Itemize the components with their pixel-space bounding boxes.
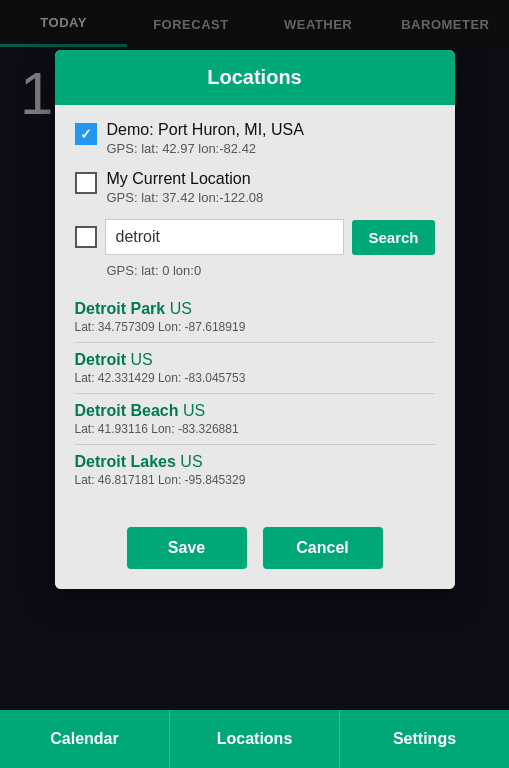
result-name-2: Detroit Beach US	[75, 402, 435, 420]
result-coords-2: Lat: 41.93116 Lon: -83.326881	[75, 422, 435, 436]
search-input[interactable]	[105, 219, 345, 255]
search-results: Detroit Park US Lat: 34.757309 Lon: -87.…	[75, 292, 435, 495]
result-coords-1: Lat: 42.331429 Lon: -83.045753	[75, 371, 435, 385]
result-coords-0: Lat: 34.757309 Lon: -87.618919	[75, 320, 435, 334]
location-row-1: Demo: Port Huron, MI, USA GPS: lat: 42.9…	[75, 121, 435, 156]
search-row: Search	[75, 219, 435, 255]
modal-footer: Save Cancel	[55, 511, 455, 589]
result-name-0: Detroit Park US	[75, 300, 435, 318]
location-2-gps: GPS: lat: 37.42 lon:-122.08	[107, 190, 264, 205]
save-button[interactable]: Save	[127, 527, 247, 569]
result-coords-3: Lat: 46.817181 Lon: -95.845329	[75, 473, 435, 487]
nav-calendar[interactable]: Calendar	[0, 710, 170, 768]
location-row-2: My Current Location GPS: lat: 37.42 lon:…	[75, 170, 435, 205]
location-2-checkbox[interactable]	[75, 172, 97, 194]
location-1-checkbox[interactable]	[75, 123, 97, 145]
cancel-button[interactable]: Cancel	[263, 527, 383, 569]
nav-settings[interactable]: Settings	[340, 710, 509, 768]
result-item-0[interactable]: Detroit Park US Lat: 34.757309 Lon: -87.…	[75, 292, 435, 343]
location-1-info: Demo: Port Huron, MI, USA GPS: lat: 42.9…	[107, 121, 304, 156]
locations-modal: Locations Demo: Port Huron, MI, USA GPS:…	[55, 50, 455, 589]
search-checkbox[interactable]	[75, 226, 97, 248]
bottom-nav: Calendar Locations Settings	[0, 710, 509, 768]
result-name-3: Detroit Lakes US	[75, 453, 435, 471]
result-item-1[interactable]: Detroit US Lat: 42.331429 Lon: -83.04575…	[75, 343, 435, 394]
modal-header: Locations	[55, 50, 455, 105]
location-2-checkbox-wrap	[75, 172, 97, 194]
search-gps: GPS: lat: 0 lon:0	[107, 263, 435, 278]
result-item-3[interactable]: Detroit Lakes US Lat: 46.817181 Lon: -95…	[75, 445, 435, 495]
location-1-name: Demo: Port Huron, MI, USA	[107, 121, 304, 139]
result-name-1: Detroit US	[75, 351, 435, 369]
location-1-checkbox-wrap	[75, 123, 97, 145]
modal-body: Demo: Port Huron, MI, USA GPS: lat: 42.9…	[55, 105, 455, 511]
location-1-gps: GPS: lat: 42.97 lon:-82.42	[107, 141, 304, 156]
search-button[interactable]: Search	[352, 220, 434, 255]
result-item-2[interactable]: Detroit Beach US Lat: 41.93116 Lon: -83.…	[75, 394, 435, 445]
nav-locations[interactable]: Locations	[170, 710, 340, 768]
location-2-name: My Current Location	[107, 170, 264, 188]
modal-title: Locations	[75, 66, 435, 89]
modal-overlay: Locations Demo: Port Huron, MI, USA GPS:…	[0, 0, 509, 768]
location-2-info: My Current Location GPS: lat: 37.42 lon:…	[107, 170, 264, 205]
